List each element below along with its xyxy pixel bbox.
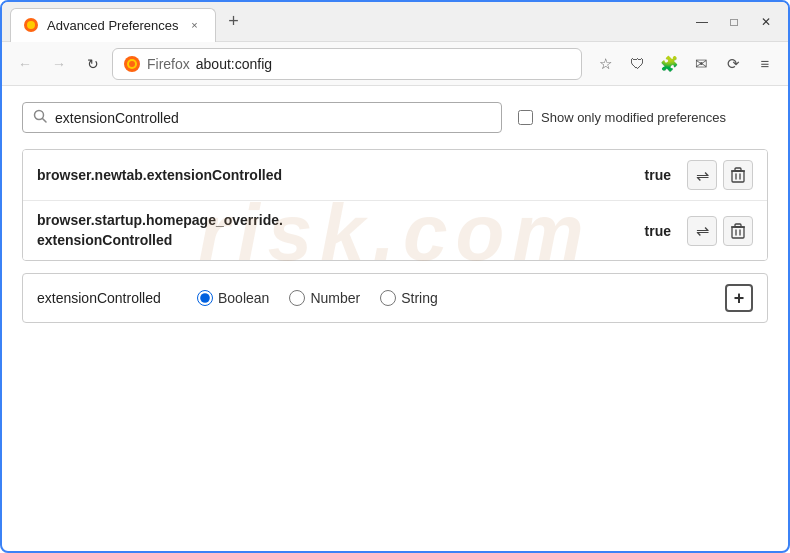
show-modified-row: Show only modified preferences <box>518 110 726 125</box>
show-modified-label: Show only modified preferences <box>541 110 726 125</box>
toggle-button-1[interactable]: ⇌ <box>687 160 717 190</box>
bookmark-star-button[interactable]: ☆ <box>590 49 620 79</box>
number-option[interactable]: Number <box>289 290 360 306</box>
svg-rect-7 <box>732 171 744 182</box>
add-preference-button[interactable]: + <box>725 284 753 312</box>
number-radio[interactable] <box>289 290 305 306</box>
new-preference-row: extensionControlled Boolean Number Strin… <box>22 273 768 323</box>
firefox-favicon <box>23 17 39 33</box>
delete-button-1[interactable] <box>723 160 753 190</box>
svg-rect-16 <box>735 224 741 227</box>
new-tab-button[interactable]: + <box>220 8 248 36</box>
boolean-option[interactable]: Boolean <box>197 290 269 306</box>
string-radio[interactable] <box>380 290 396 306</box>
string-label: String <box>401 290 438 306</box>
string-option[interactable]: String <box>380 290 438 306</box>
boolean-radio[interactable] <box>197 290 213 306</box>
tab-close-button[interactable]: × <box>187 17 203 33</box>
delete-button-2[interactable] <box>723 216 753 246</box>
number-label: Number <box>310 290 360 306</box>
search-input[interactable] <box>55 110 491 126</box>
close-button[interactable]: ✕ <box>752 8 780 36</box>
type-radio-group: Boolean Number String <box>197 290 438 306</box>
navigation-bar: ← → ↻ Firefox about:config ☆ 🛡 🧩 ✉ ⟳ ≡ <box>2 42 788 86</box>
nav-icon-group: ☆ 🛡 🧩 ✉ ⟳ ≡ <box>590 49 780 79</box>
menu-button[interactable]: ≡ <box>750 49 780 79</box>
address-bar[interactable]: Firefox about:config <box>112 48 582 80</box>
extension-button[interactable]: 🧩 <box>654 49 684 79</box>
svg-rect-11 <box>735 168 741 171</box>
svg-rect-12 <box>732 227 744 238</box>
boolean-label: Boolean <box>218 290 269 306</box>
title-bar: Advanced Preferences × + — □ ✕ <box>2 2 788 42</box>
row-2-actions: ⇌ <box>687 216 753 246</box>
reload-button[interactable]: ↻ <box>78 49 108 79</box>
url-display: about:config <box>196 56 272 72</box>
firefox-logo-icon <box>123 55 141 73</box>
search-box[interactable] <box>22 102 502 133</box>
delete-icon-1 <box>731 167 745 183</box>
pref-name-1: browser.newtab.extensionControlled <box>37 167 645 183</box>
content-area: Show only modified preferences browser.n… <box>2 86 788 339</box>
window-controls: — □ ✕ <box>688 8 780 36</box>
delete-icon-2 <box>731 223 745 239</box>
tab-title: Advanced Preferences <box>47 18 179 33</box>
search-row: Show only modified preferences <box>22 102 768 133</box>
results-table: browser.newtab.extensionControlled true … <box>22 149 768 261</box>
pref-name-2: browser.startup.homepage_override. exten… <box>37 211 645 250</box>
search-icon <box>33 109 47 126</box>
browser-label: Firefox <box>147 56 190 72</box>
row-1-actions: ⇌ <box>687 160 753 190</box>
new-pref-name-label: extensionControlled <box>37 290 177 306</box>
svg-point-1 <box>27 21 35 29</box>
maximize-button[interactable]: □ <box>720 8 748 36</box>
back-button[interactable]: ← <box>10 49 40 79</box>
svg-line-6 <box>43 119 47 123</box>
browser-tab[interactable]: Advanced Preferences × <box>10 8 216 42</box>
pref-value-1: true <box>645 167 671 183</box>
forward-button[interactable]: → <box>44 49 74 79</box>
show-modified-checkbox[interactable] <box>518 110 533 125</box>
mail-button[interactable]: ✉ <box>686 49 716 79</box>
table-row: browser.newtab.extensionControlled true … <box>23 150 767 201</box>
shield-button[interactable]: 🛡 <box>622 49 652 79</box>
pref-value-2: true <box>645 223 671 239</box>
table-row: browser.startup.homepage_override. exten… <box>23 201 767 260</box>
minimize-button[interactable]: — <box>688 8 716 36</box>
svg-point-4 <box>129 61 135 67</box>
sync-button[interactable]: ⟳ <box>718 49 748 79</box>
toggle-button-2[interactable]: ⇌ <box>687 216 717 246</box>
